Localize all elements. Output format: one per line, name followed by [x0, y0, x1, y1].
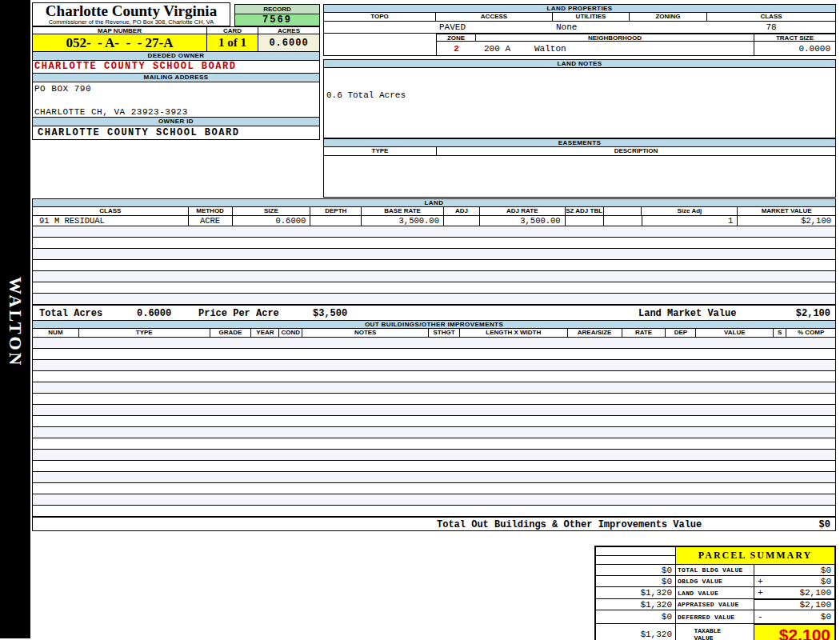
- utilities-value: None: [553, 22, 630, 33]
- empty-row: [33, 226, 835, 238]
- land-properties-header: LAND PROPERTIES: [323, 4, 836, 13]
- land-col-class: CLASS: [33, 207, 189, 215]
- out-buildings-header: OUT BUILDINGS/OTHER IMPROVEMENTS: [32, 320, 836, 329]
- land-note-text: 0.6 Total Acres: [326, 90, 406, 100]
- land-col-size-adj: Size Adj: [642, 207, 738, 215]
- empty-row: [33, 416, 835, 427]
- summary-prior-value: $0: [596, 576, 676, 586]
- taxable-value-label: TAXABLE VALUE: [676, 624, 754, 640]
- land-col-size: SIZE: [233, 207, 311, 215]
- land-col-adj: ADJ: [444, 207, 480, 215]
- summary-prior-value: $1,320: [596, 587, 676, 598]
- summary-value: $2,100: [763, 588, 831, 598]
- out-buildings-totals-row: Total Out Buildings & Other Improvements…: [32, 517, 836, 531]
- zone-value: 2: [437, 42, 476, 55]
- land-properties-block: LAND PROPERTIES TOPO ACCESS UTILITIES ZO…: [323, 4, 836, 198]
- easement-type-label: TYPE: [324, 147, 437, 155]
- summary-prior-value: $0: [596, 610, 676, 623]
- neighborhood-vertical-label: WALTON: [5, 277, 26, 367]
- land-cell-adj_rate: 3,500.00: [480, 216, 566, 226]
- summary-label: TOTAL BLDG VALUE: [676, 565, 754, 575]
- topo-value: [324, 22, 436, 33]
- topo-empty-cell: [323, 34, 437, 42]
- summary-operator: +: [758, 577, 763, 586]
- land-cell-market_value: $2,100: [738, 216, 835, 226]
- summary-label: OBLDG VALUE: [676, 576, 754, 586]
- easement-description-label: DESCRIPTION: [437, 147, 835, 155]
- easements-header: EASEMENTS: [323, 138, 836, 147]
- record-value: 7569: [234, 14, 320, 26]
- mailing-address-box: PO BOX 790 CHARLOTTE CH, VA 23923-3923: [32, 82, 320, 118]
- header-block: Charlotte County Virginia Commissioner o…: [32, 2, 320, 140]
- ob-col-cond: COND: [279, 329, 302, 337]
- land-data-row: 91 M RESIDUALACRE0.60003,500.003,500.001…: [32, 216, 836, 226]
- card-value: 1 of 1: [206, 34, 258, 52]
- out-buildings-column-headers: NUMTYPEGRADEYEARCONDNOTESSTHGTLENGTH X W…: [32, 329, 836, 338]
- ob-col-notes: NOTES: [302, 329, 429, 337]
- empty-row: [33, 249, 835, 260]
- summary-label: APPRAISED VALUE: [676, 599, 754, 610]
- empty-row: [33, 438, 835, 450]
- land-cell-adj: [444, 216, 480, 226]
- record-box: RECORD 7569: [234, 4, 320, 26]
- owner-id-header: OWNER ID: [32, 118, 320, 126]
- empty-row: [33, 349, 835, 360]
- summary-opval: -$0: [754, 610, 834, 623]
- empty-row: [33, 450, 835, 461]
- mailing-address-line2: CHARLOTTE CH, VA 23923-3923: [34, 107, 319, 117]
- neighborhood-value: 200 A Walton: [476, 42, 754, 55]
- land-section: LAND CLASSMETHODSIZEDEPTHBASE RATEADJADJ…: [32, 198, 836, 321]
- tract-size-value: 0.0000: [754, 42, 836, 55]
- summary-prior-value: $0: [596, 565, 676, 575]
- summary-operator: +: [758, 588, 763, 598]
- class-value: 78: [707, 22, 835, 33]
- parcel-summary-rows: $0TOTAL BLDG VALUE$0$0OBLDG VALUE+$0$1,3…: [596, 564, 834, 623]
- land-cell-size_adj: 1: [642, 216, 738, 226]
- neighborhood-code: 200 A: [484, 44, 510, 54]
- zoning-column-label: ZONING: [630, 13, 707, 21]
- record-label: RECORD: [234, 4, 320, 14]
- tract-size-column-label: TRACT SIZE: [754, 34, 836, 42]
- ob-col-area-size: AREA/SIZE: [568, 329, 622, 337]
- out-buildings-total-value: $0: [819, 519, 830, 530]
- land-totals-row: Total Acres 0.6000 Price Per Acre $3,500…: [32, 305, 836, 321]
- summary-opval: $0: [754, 565, 834, 575]
- easements-body: [323, 156, 836, 198]
- zone-column-label: ZONE: [437, 34, 476, 42]
- owner-id-value: CHARLOTTE COUNTY SCHOOL BOARD: [32, 126, 320, 140]
- out-buildings-total-label: Total Out Buildings & Other Improvements…: [437, 519, 702, 530]
- deeded-owner-header: DEEDED OWNER: [32, 52, 320, 61]
- access-value: PAVED: [436, 22, 553, 33]
- empty-row: [33, 472, 835, 483]
- empty-row: [33, 360, 835, 371]
- land-market-value-label: Land Market Value: [638, 308, 736, 319]
- empty-row: [33, 294, 835, 305]
- ob-col-value: VALUE: [696, 329, 774, 337]
- summary-value: $0: [763, 577, 831, 586]
- empty-row: [33, 271, 835, 282]
- summary-value: $0: [758, 566, 831, 575]
- neighborhood-sidebar: WALTON: [0, 0, 30, 638]
- neighborhood-name: Walton: [534, 44, 566, 54]
- land-cell-depth: [310, 216, 362, 226]
- acres-label: ACRES: [258, 26, 320, 34]
- summary-opval: +$0: [754, 576, 834, 586]
- county-title: Charlotte County Virginia: [33, 3, 230, 19]
- card-label: CARD: [206, 26, 258, 34]
- summary-opval: $2,100: [754, 598, 834, 610]
- summary-prior-value: $1,320: [596, 599, 676, 610]
- deeded-owner-value: CHARLOTTE COUNTY SCHOOL BOARD: [32, 61, 320, 74]
- land-cell-class: 91 M RESIDUAL: [33, 216, 189, 226]
- ob-col-grade: GRADE: [210, 329, 252, 337]
- empty-row: [33, 506, 835, 517]
- empty-row: [33, 461, 835, 472]
- land-column-headers: CLASSMETHODSIZEDEPTHBASE RATEADJADJ RATE…: [32, 207, 836, 216]
- summary-label: LAND VALUE: [676, 587, 754, 598]
- land-col-base-rate: BASE RATE: [362, 207, 444, 215]
- land-cell-base_rate: 3,500.00: [362, 216, 444, 226]
- empty-row: [33, 371, 835, 382]
- ob-col-sthgt: STHGT: [429, 329, 460, 337]
- land-cell-sz_adj_tbl: [566, 216, 604, 226]
- summary-value: $2,100: [758, 600, 831, 610]
- land-cell-blank: [604, 216, 642, 226]
